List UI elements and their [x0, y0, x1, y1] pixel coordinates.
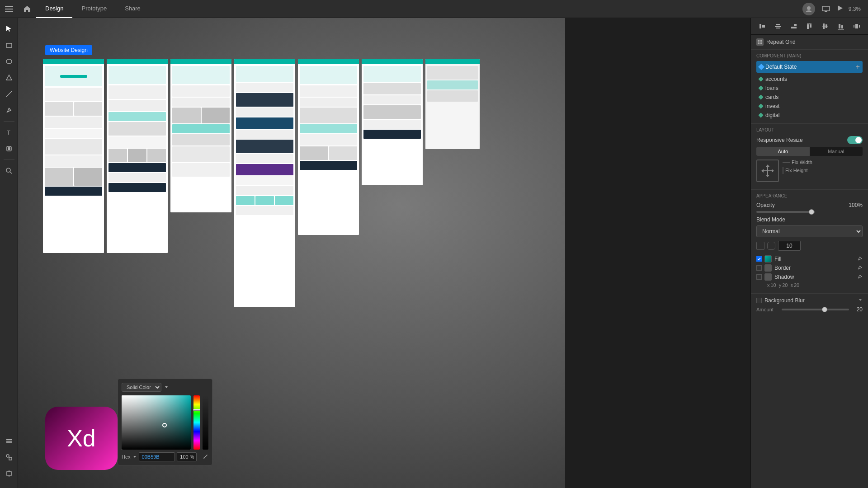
hex-input[interactable] [139, 452, 175, 461]
tab-share[interactable]: Share [116, 0, 150, 18]
component-item-digital[interactable]: digital [756, 111, 863, 120]
responsive-resize-toggle[interactable] [847, 136, 863, 144]
shadow-checkbox[interactable] [756, 274, 762, 280]
device-icon[interactable] [821, 4, 831, 14]
svg-rect-0 [5, 6, 13, 7]
tab-prototype[interactable]: Prototype [72, 0, 116, 18]
color-gradient-picker[interactable] [122, 395, 191, 450]
comp-dot-digital [758, 113, 763, 117]
fill-checkbox[interactable] [756, 256, 762, 262]
opacity-value: 100% [849, 202, 863, 208]
layout-tabs: Auto Manual [756, 147, 863, 156]
home-icon[interactable] [18, 0, 36, 18]
blur-slider[interactable] [782, 309, 849, 310]
align-middle-icon[interactable] [820, 21, 830, 32]
opacity-label: Opacity [756, 202, 775, 208]
plugins-panel-icon[interactable] [2, 466, 16, 481]
svg-rect-43 [838, 29, 844, 30]
select-tool[interactable] [2, 22, 16, 36]
shadow-edit-icon[interactable] [857, 274, 863, 281]
svg-text:T: T [7, 129, 10, 136]
default-state-item[interactable]: Default State + [756, 61, 863, 73]
opacity-input[interactable] [177, 452, 197, 461]
comp-label-invest: invest [765, 103, 779, 109]
repeat-grid-label: Repeat Grid [756, 38, 863, 46]
manual-tab[interactable]: Manual [810, 147, 863, 156]
text-tool[interactable]: T [2, 125, 16, 140]
align-bottom-icon[interactable] [835, 21, 846, 32]
corner-input[interactable] [778, 241, 801, 251]
comp-label-cards: cards [765, 94, 778, 100]
blend-mode-row: Blend Mode [756, 216, 863, 223]
add-state-icon[interactable]: + [856, 63, 860, 71]
fill-color-box[interactable] [764, 255, 772, 263]
background-blur-section: Background Blur Amount 20 [751, 294, 868, 316]
component-item-cards[interactable]: cards [756, 93, 863, 102]
alpha-strip[interactable] [203, 395, 208, 450]
blur-thumb[interactable] [822, 307, 827, 312]
corner-square-icon[interactable] [756, 242, 764, 250]
auto-tab[interactable]: Auto [756, 147, 810, 156]
assets-panel-icon[interactable] [2, 450, 16, 465]
corner-round-icon[interactable] [767, 242, 775, 250]
opacity-thumb[interactable] [809, 209, 814, 215]
hue-strip[interactable] [193, 395, 200, 450]
eyedropper-icon[interactable] [202, 453, 208, 461]
avatar[interactable] [802, 3, 815, 15]
blend-mode-select[interactable]: Normal [756, 225, 863, 237]
blur-checkbox[interactable] [756, 298, 762, 303]
color-type-dropdown[interactable]: Solid Color [122, 383, 161, 392]
svg-rect-28 [760, 24, 761, 28]
rectangle-tool[interactable] [2, 38, 16, 52]
canvas[interactable]: Website Design [18, 18, 565, 488]
distribute-icon[interactable] [851, 21, 862, 32]
svg-marker-55 [761, 169, 764, 173]
hamburger-menu[interactable] [0, 0, 18, 18]
pen-tool[interactable] [2, 103, 16, 117]
repeat-grid-icon [756, 38, 764, 46]
line-tool[interactable] [2, 87, 16, 101]
artboard-1[interactable] [43, 59, 104, 253]
layers-panel-icon[interactable] [2, 434, 16, 448]
play-button[interactable] [837, 5, 843, 13]
border-edit-icon[interactable] [857, 265, 863, 272]
align-center-icon[interactable] [773, 21, 783, 32]
opacity-slider[interactable] [756, 211, 815, 213]
component-item-invest[interactable]: invest [756, 102, 863, 111]
fix-width-label[interactable]: Fix Width [783, 160, 812, 165]
artboard-4[interactable] [234, 59, 295, 307]
opacity-slider-container [756, 211, 863, 213]
align-right-icon[interactable] [788, 21, 799, 32]
appearance-section: APPEARANCE Opacity 100% Blend Mode Norma… [751, 190, 868, 294]
hex-input-row: Hex [122, 452, 208, 461]
component-item-accounts[interactable]: accounts [756, 75, 863, 84]
artboard-2[interactable] [107, 59, 168, 253]
tab-design[interactable]: Design [36, 0, 72, 18]
fill-row: Fill [756, 255, 863, 263]
color-cursor[interactable] [162, 423, 167, 427]
blur-chevron-icon[interactable] [858, 297, 863, 304]
svg-rect-48 [760, 40, 762, 42]
component-item-loans[interactable]: loans [756, 84, 863, 93]
border-color-box[interactable] [764, 264, 772, 272]
svg-rect-4 [822, 6, 830, 11]
align-left-icon[interactable] [757, 21, 768, 32]
shadow-color-box[interactable] [764, 273, 772, 281]
hue-cursor[interactable] [193, 409, 200, 411]
border-checkbox[interactable] [756, 265, 762, 271]
artboard-7[interactable] [425, 59, 480, 149]
component-tool[interactable] [2, 141, 16, 156]
search-tool[interactable] [2, 164, 16, 178]
fill-label: Fill [774, 256, 854, 262]
ellipse-tool[interactable] [2, 54, 16, 69]
artboard-6[interactable] [362, 59, 423, 185]
shadow-s: s20 [791, 282, 800, 288]
triangle-tool[interactable] [2, 70, 16, 85]
toolbar-divider [4, 121, 14, 122]
artboard-5[interactable] [298, 59, 359, 235]
artboard-3[interactable] [170, 59, 231, 212]
fix-height-label[interactable]: Fix Height [783, 167, 812, 174]
align-top-icon[interactable] [804, 21, 815, 32]
fill-edit-icon[interactable] [857, 256, 863, 263]
blur-value: 20 [852, 306, 863, 313]
